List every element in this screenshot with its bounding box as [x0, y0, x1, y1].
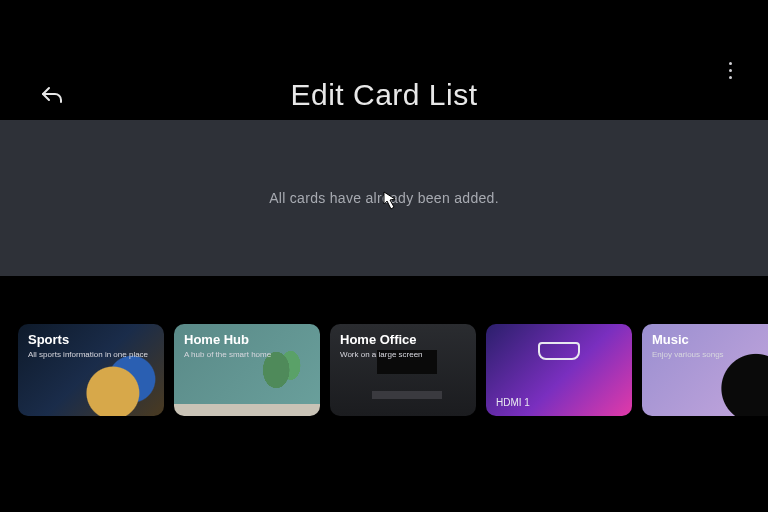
card-subtitle: Enjoy various songs — [652, 350, 724, 360]
status-message: All cards have already been added. — [269, 190, 499, 206]
tv-screen: Edit Card List All cards have already be… — [0, 0, 768, 512]
card-subtitle: All sports information in one place — [28, 350, 148, 360]
card-title: Sports — [28, 332, 69, 347]
available-cards-panel: All cards have already been added. — [0, 120, 768, 276]
card-home-office[interactable]: Home Office Work on a large screen — [330, 324, 476, 416]
card-subtitle: Work on a large screen — [340, 350, 423, 360]
card-subtitle: A hub of the smart home — [184, 350, 271, 360]
hdmi-port-icon — [538, 342, 580, 360]
card-home-hub[interactable]: Home Hub A hub of the smart home — [174, 324, 320, 416]
card-title: Home Hub — [184, 332, 249, 347]
card-title: Home Office — [340, 332, 417, 347]
card-hdmi-1[interactable]: HDMI 1 — [486, 324, 632, 416]
top-bar: Edit Card List — [0, 0, 768, 120]
more-options-button[interactable] — [720, 56, 740, 84]
card-list-row[interactable]: Sports All sports information in one pla… — [0, 306, 768, 456]
card-title: Music — [652, 332, 689, 347]
card-bottom-label: HDMI 1 — [496, 397, 530, 408]
card-sports[interactable]: Sports All sports information in one pla… — [18, 324, 164, 416]
dots-vertical-icon — [729, 62, 732, 65]
page-title: Edit Card List — [0, 78, 768, 112]
card-music[interactable]: Music Enjoy various songs — [642, 324, 768, 416]
